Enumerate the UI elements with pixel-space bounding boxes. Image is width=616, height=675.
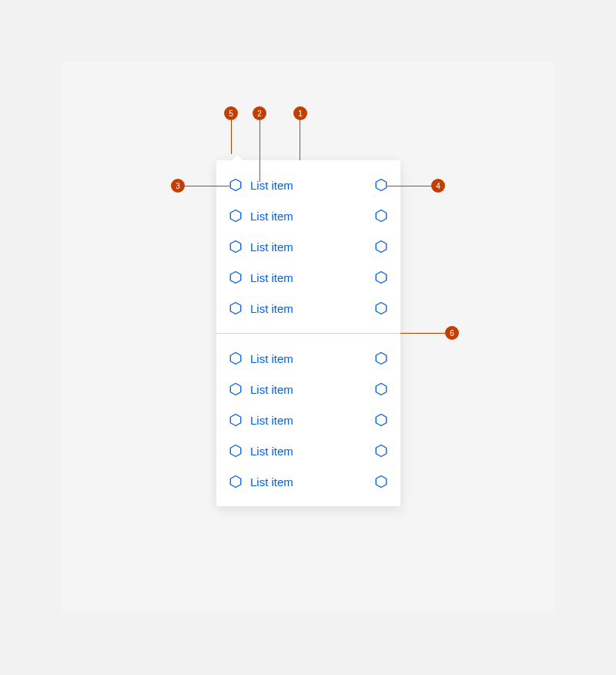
callout-badge-4: 4 (431, 179, 445, 193)
list-item[interactable]: List item (216, 293, 400, 324)
hexagon-icon (374, 270, 388, 284)
list-item[interactable]: List item (216, 231, 400, 262)
list-item-label: List item (250, 415, 367, 426)
hexagon-icon (229, 270, 243, 284)
svg-marker-11 (376, 353, 387, 364)
svg-marker-16 (230, 445, 241, 457)
svg-marker-3 (376, 210, 387, 222)
svg-marker-6 (230, 272, 241, 284)
svg-marker-14 (230, 415, 241, 426)
hexagon-icon (229, 240, 243, 254)
hexagon-icon (374, 178, 388, 192)
callout-label: 5 (229, 109, 233, 118)
svg-marker-7 (376, 272, 387, 284)
hexagon-icon (229, 178, 243, 192)
list-item-label: List item (250, 353, 367, 364)
hexagon-icon (374, 382, 388, 396)
callout-line (231, 120, 232, 154)
hexagon-icon (374, 240, 388, 254)
list-group-2: List item List item List item List item (216, 334, 400, 506)
hexagon-icon (229, 475, 243, 489)
list-item-label: List item (250, 384, 367, 395)
list-item[interactable]: List item (216, 170, 400, 200)
svg-marker-0 (230, 180, 241, 191)
callout-line (400, 333, 445, 334)
list-group-1: List item List item List item List item (216, 160, 400, 333)
list-item-label: List item (250, 272, 367, 284)
list-item-label: List item (250, 241, 367, 253)
hexagon-icon (374, 351, 388, 365)
hexagon-icon (374, 413, 388, 427)
svg-marker-1 (376, 180, 387, 191)
hexagon-icon (229, 301, 243, 315)
callout-line (387, 186, 431, 186)
callout-label: 2 (257, 109, 262, 118)
callout-line (300, 120, 300, 160)
hexagon-icon (374, 301, 388, 315)
popup-panel: List item List item List item List item (216, 160, 400, 506)
list-item[interactable]: List item (216, 343, 400, 374)
svg-marker-17 (376, 445, 387, 457)
list-item-label: List item (250, 445, 367, 457)
callout-badge-1: 1 (293, 106, 307, 120)
callout-badge-3: 3 (171, 179, 185, 193)
hexagon-icon (229, 413, 243, 427)
list-item[interactable]: List item (216, 405, 400, 435)
callout-label: 6 (450, 329, 454, 338)
hexagon-icon (374, 209, 388, 223)
list-item-label: List item (250, 210, 367, 222)
list-item[interactable]: List item (216, 200, 400, 231)
list-item-label: List item (250, 303, 367, 314)
hexagon-icon (229, 382, 243, 396)
list-item[interactable]: List item (216, 374, 400, 405)
svg-marker-2 (230, 210, 241, 222)
svg-marker-19 (376, 476, 387, 488)
callout-label: 4 (436, 182, 440, 190)
hexagon-icon (229, 209, 243, 223)
list-item-label: List item (250, 476, 367, 488)
page-root: List item List item List item List item (0, 0, 616, 675)
svg-marker-15 (376, 415, 387, 426)
callout-label: 3 (176, 182, 180, 190)
hexagon-icon (229, 444, 243, 458)
callout-label: 1 (298, 109, 303, 118)
svg-marker-18 (230, 476, 241, 488)
callout-line (185, 186, 229, 186)
callout-badge-2: 2 (253, 106, 266, 120)
hexagon-icon (374, 444, 388, 458)
callout-line (259, 120, 260, 182)
list-item[interactable]: List item (216, 466, 400, 497)
svg-marker-13 (376, 384, 387, 395)
svg-marker-5 (376, 241, 387, 253)
callout-badge-6: 6 (445, 326, 459, 340)
svg-marker-10 (230, 353, 241, 364)
svg-marker-12 (230, 384, 241, 395)
list-item-label: List item (250, 180, 367, 191)
svg-marker-8 (230, 303, 241, 314)
hexagon-icon (229, 351, 243, 365)
callout-badge-5: 5 (224, 106, 238, 120)
svg-marker-9 (376, 303, 387, 314)
svg-marker-4 (230, 241, 241, 253)
list-item[interactable]: List item (216, 262, 400, 293)
hexagon-icon (374, 475, 388, 489)
list-item[interactable]: List item (216, 435, 400, 466)
